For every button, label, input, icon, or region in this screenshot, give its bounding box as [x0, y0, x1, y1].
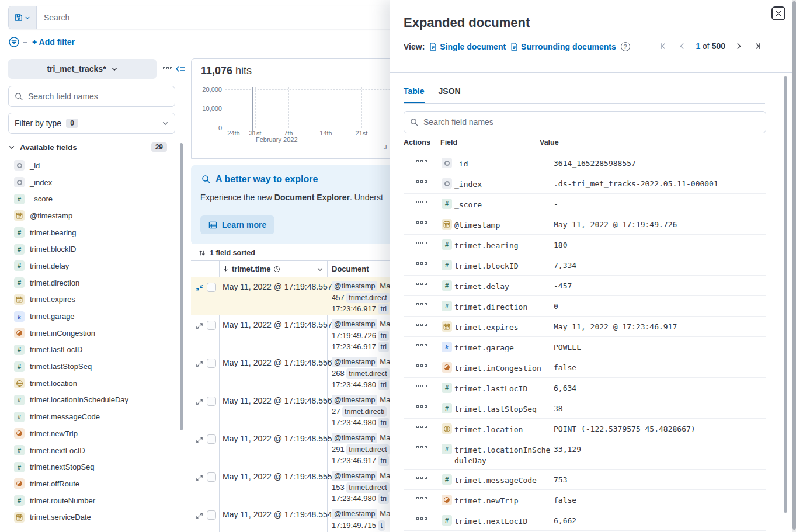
field-value-text: Ma: [380, 395, 390, 404]
sidebar-field-trimet.nextLocID[interactable]: #trimet.nextLocID: [8, 442, 175, 459]
flyout-field-search-input[interactable]: [423, 117, 760, 127]
sidebar-field-trimet.expires[interactable]: trimet.expires: [8, 291, 175, 308]
sidebar-field-trimet.direction[interactable]: #trimet.direction: [8, 274, 175, 291]
filter-bar: + Add filter: [8, 33, 75, 51]
sidebar-field-_id[interactable]: _id: [8, 157, 175, 174]
sidebar-field-trimet.garage[interactable]: ktrimet.garage: [8, 308, 175, 325]
learn-more-button[interactable]: Learn more: [200, 215, 274, 234]
index-pattern-selector[interactable]: tri_met_tracks*: [8, 59, 157, 79]
flyout-field-row-@timestamp: @timestampMay 11, 2022 @ 17:19:49.726: [404, 214, 766, 235]
field-pill: @timestamp: [332, 433, 377, 443]
expand-document-icon[interactable]: [196, 473, 205, 482]
row-checkbox[interactable]: [207, 397, 216, 406]
field-name: trimet.lastStopSeq: [454, 404, 555, 415]
row-actions-icon[interactable]: [416, 446, 427, 448]
expand-document-icon[interactable]: [196, 397, 205, 406]
sidebar-field-_index[interactable]: _index: [8, 174, 175, 191]
view-label: View:: [404, 42, 425, 51]
expand-document-icon[interactable]: [196, 359, 205, 368]
column-menu-chevron-icon[interactable]: [317, 266, 324, 273]
sidebar-field-trimet.nextStopSeq[interactable]: #trimet.nextStopSeq: [8, 458, 175, 475]
flyout-field-row-trimet.messageCode: #trimet.messageCode753: [404, 470, 766, 490]
row-checkbox[interactable]: [207, 321, 216, 330]
filter-circle-icon[interactable]: [8, 36, 20, 48]
previous-page-button[interactable]: [677, 41, 687, 51]
collapse-sidebar-icon[interactable]: [176, 64, 185, 74]
collapse-document-icon[interactable]: [196, 283, 205, 293]
row-actions-icon[interactable]: [416, 201, 427, 203]
tab-table[interactable]: Table: [404, 86, 425, 103]
surrounding-documents-link[interactable]: Surrounding documents: [510, 42, 616, 51]
field-value-text: 153: [332, 483, 345, 492]
flyout-field-row-trimet.lastStopSeq: #trimet.lastStopSeq38: [404, 398, 766, 419]
row-checkbox[interactable]: [207, 434, 216, 444]
sidebar-field-trimet.location[interactable]: trimet.location: [8, 375, 175, 392]
row-actions-icon[interactable]: [416, 517, 427, 520]
row-actions-icon[interactable]: [416, 344, 427, 346]
row-actions-icon[interactable]: [416, 405, 427, 408]
close-icon[interactable]: [771, 6, 785, 20]
sidebar-field-trimet.lastLocID[interactable]: #trimet.lastLocID: [8, 342, 175, 359]
sidebar-field-@timestamp[interactable]: @timestamp: [8, 207, 175, 224]
next-page-button[interactable]: [734, 41, 744, 51]
row-checkbox[interactable]: [207, 359, 216, 368]
number-field-icon: #: [14, 244, 25, 255]
flyout-field-row-trimet.bearing: #trimet.bearing180: [404, 235, 766, 255]
flyout-tabs: Table JSON: [404, 86, 461, 103]
sidebar-field-trimet.lastStopSeq[interactable]: #trimet.lastStopSeq: [8, 358, 175, 375]
saved-query-menu-button[interactable]: [9, 6, 37, 29]
meta-field-icon: [442, 158, 452, 168]
field-value-text: 457: [332, 293, 345, 302]
boxes-horizontal-icon[interactable]: [163, 67, 172, 69]
tab-json[interactable]: JSON: [439, 86, 461, 103]
row-actions-icon[interactable]: [416, 283, 427, 285]
row-checkbox[interactable]: [207, 283, 216, 292]
first-page-button[interactable]: [658, 41, 669, 51]
row-actions-icon[interactable]: [416, 180, 427, 183]
sidebar-field-trimet.delay[interactable]: #trimet.delay: [8, 258, 175, 274]
field-pill: tri: [378, 418, 389, 428]
last-page-button[interactable]: [752, 41, 763, 51]
add-filter-button[interactable]: + Add filter: [32, 37, 75, 47]
y-axis-tick: 0: [192, 124, 222, 131]
expand-document-icon[interactable]: [196, 321, 205, 331]
row-actions-icon[interactable]: [416, 364, 427, 367]
row-actions-icon[interactable]: [416, 303, 427, 305]
sidebar-field-trimet.locationInScheduleDay[interactable]: #trimet.locationInScheduleDay: [8, 392, 175, 409]
row-actions-icon[interactable]: [416, 426, 427, 428]
row-actions-icon[interactable]: [416, 497, 427, 499]
document-column-header: Document: [332, 265, 369, 273]
sidebar-field-trimet.inCongestion[interactable]: trimet.inCongestion: [8, 325, 175, 342]
sidebar-field-trimet.offRoute[interactable]: trimet.offRoute: [8, 475, 175, 492]
expand-document-icon[interactable]: [196, 435, 205, 444]
chevron-down-icon: [162, 120, 169, 127]
row-checkbox[interactable]: [207, 510, 216, 520]
row-checkbox[interactable]: [207, 472, 216, 482]
sidebar-field-trimet.serviceDate[interactable]: trimet.serviceDate: [8, 509, 175, 526]
field-search-input[interactable]: [28, 92, 169, 101]
sidebar-field-_score[interactable]: #_score: [8, 190, 175, 207]
page-scrollbar[interactable]: [792, 0, 796, 532]
available-fields-header[interactable]: Available fields 29: [8, 140, 167, 154]
sidebar-field-trimet.newTrip[interactable]: trimet.newTrip: [8, 425, 175, 442]
sidebar-field-trimet.bearing[interactable]: #trimet.bearing: [8, 224, 175, 241]
time-column-header[interactable]: trimet.time: [223, 265, 280, 273]
row-actions-icon[interactable]: [416, 242, 427, 244]
sidebar-field-trimet.routeNumber[interactable]: #trimet.routeNumber: [8, 492, 175, 509]
row-actions-icon[interactable]: [416, 324, 427, 326]
row-actions-icon[interactable]: [416, 221, 427, 224]
field-name-label: trimet.serviceDate: [30, 513, 91, 521]
row-actions-icon[interactable]: [416, 477, 427, 479]
row-actions-icon[interactable]: [416, 160, 427, 162]
flyout-scrollbar[interactable]: [784, 76, 787, 513]
single-document-link[interactable]: Single document: [429, 42, 506, 51]
question-circle-icon[interactable]: ?: [621, 42, 630, 51]
sidebar-scrollbar[interactable]: [180, 143, 183, 430]
sidebar-field-trimet.blockID[interactable]: #trimet.blockID: [8, 241, 175, 258]
row-actions-icon[interactable]: [416, 385, 427, 387]
sidebar-field-trimet.messageCode[interactable]: #trimet.messageCode: [8, 408, 175, 425]
row-actions-icon[interactable]: [416, 262, 427, 265]
filter-by-type-select[interactable]: Filter by type 0: [8, 113, 175, 134]
expanded-document-flyout: Expanded document View: Single document …: [390, 0, 792, 532]
expand-document-icon[interactable]: [196, 511, 205, 520]
